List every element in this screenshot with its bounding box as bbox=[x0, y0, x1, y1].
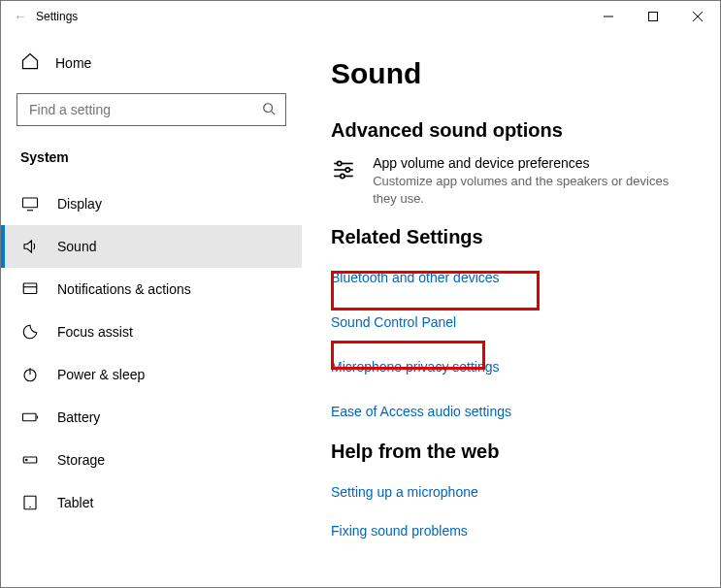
sidebar-section-label: System bbox=[1, 138, 302, 173]
sound-icon bbox=[20, 237, 40, 256]
svg-point-21 bbox=[345, 168, 349, 172]
search-icon bbox=[262, 102, 276, 118]
sidebar-item-notifications[interactable]: Notifications & actions bbox=[1, 268, 302, 310]
storage-icon bbox=[20, 450, 40, 470]
sidebar-item-label: Tablet bbox=[57, 495, 93, 510]
battery-icon bbox=[20, 408, 40, 427]
link-fix-sound[interactable]: Fixing sound problems bbox=[331, 523, 468, 539]
window-title: Settings bbox=[32, 10, 78, 23]
svg-point-19 bbox=[338, 161, 342, 165]
sidebar-item-label: Sound bbox=[57, 239, 96, 254]
close-button[interactable] bbox=[675, 1, 720, 32]
sidebar-item-display[interactable]: Display bbox=[1, 182, 302, 225]
advanced-heading: Advanced sound options bbox=[331, 119, 691, 142]
focus-icon bbox=[20, 322, 40, 342]
sidebar-item-battery[interactable]: Battery bbox=[1, 396, 302, 439]
display-icon bbox=[20, 194, 40, 213]
link-ease-of-access[interactable]: Ease of Access audio settings bbox=[331, 404, 511, 419]
sidebar-item-label: Focus assist bbox=[57, 324, 133, 340]
svg-point-4 bbox=[264, 103, 273, 112]
sidebar-item-label: Display bbox=[57, 196, 102, 212]
sidebar-item-focus[interactable]: Focus assist bbox=[1, 310, 302, 353]
svg-rect-6 bbox=[23, 198, 38, 208]
sidebar-item-label: Battery bbox=[57, 409, 100, 425]
titlebar: ← Settings bbox=[1, 1, 720, 32]
sidebar-item-storage[interactable]: Storage bbox=[1, 439, 302, 481]
sidebar: Home System Display Sound bbox=[1, 32, 302, 587]
svg-point-23 bbox=[341, 174, 344, 178]
svg-point-15 bbox=[26, 459, 28, 461]
advanced-option-desc: Customize app volumes and the speakers o… bbox=[373, 173, 691, 207]
link-sound-control-panel[interactable]: Sound Control Panel bbox=[331, 314, 456, 330]
sidebar-item-power[interactable]: Power & sleep bbox=[1, 353, 302, 396]
link-setup-mic[interactable]: Setting up a microphone bbox=[331, 484, 478, 500]
home-label: Home bbox=[55, 55, 91, 71]
minimize-button[interactable] bbox=[586, 1, 631, 32]
sidebar-item-tablet[interactable]: Tablet bbox=[1, 481, 302, 524]
related-heading: Related Settings bbox=[331, 226, 691, 248]
window-controls bbox=[586, 1, 720, 32]
sidebar-item-label: Power & sleep bbox=[57, 367, 145, 382]
sidebar-item-label: Notifications & actions bbox=[57, 281, 191, 297]
tablet-icon bbox=[20, 493, 40, 512]
svg-rect-12 bbox=[23, 413, 37, 421]
power-icon bbox=[20, 365, 40, 384]
page-title: Sound bbox=[331, 57, 691, 90]
sliders-icon bbox=[331, 155, 357, 207]
highlight-sound-control-panel bbox=[331, 341, 485, 370]
advanced-option[interactable]: App volume and device preferences Custom… bbox=[331, 155, 691, 207]
svg-rect-1 bbox=[649, 13, 658, 21]
sidebar-item-sound[interactable]: Sound bbox=[1, 225, 302, 268]
search-input[interactable] bbox=[27, 101, 262, 118]
help-heading: Help from the web bbox=[331, 441, 691, 463]
svg-rect-8 bbox=[23, 283, 37, 294]
advanced-option-title: App volume and device preferences bbox=[373, 155, 691, 171]
sidebar-item-label: Storage bbox=[57, 452, 105, 468]
notifications-icon bbox=[20, 279, 40, 299]
search-box[interactable] bbox=[16, 93, 286, 126]
highlight-related-settings bbox=[331, 271, 540, 310]
nav-list: Display Sound Notifications & actions Fo… bbox=[1, 173, 302, 524]
back-arrow-icon: ← bbox=[9, 9, 32, 24]
home-icon bbox=[20, 51, 40, 74]
maximize-button[interactable] bbox=[631, 1, 675, 32]
svg-line-5 bbox=[272, 111, 276, 114]
home-nav[interactable]: Home bbox=[1, 44, 302, 82]
